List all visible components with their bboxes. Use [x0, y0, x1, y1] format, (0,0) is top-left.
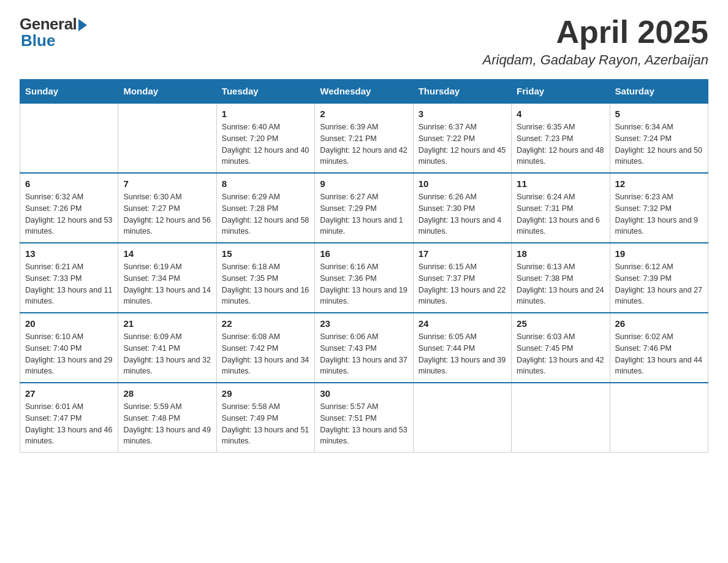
calendar-cell: 23Sunrise: 6:06 AMSunset: 7:43 PMDayligh…	[315, 313, 413, 383]
location-title: Ariqdam, Gadabay Rayon, Azerbaijan	[483, 52, 709, 68]
day-number: 19	[615, 248, 703, 259]
calendar-cell: 5Sunrise: 6:34 AMSunset: 7:24 PMDaylight…	[610, 103, 708, 173]
day-info: Sunrise: 6:39 AMSunset: 7:21 PMDaylight:…	[320, 121, 408, 167]
day-info: Sunrise: 6:37 AMSunset: 7:22 PMDaylight:…	[419, 121, 506, 167]
day-number: 28	[123, 388, 211, 399]
day-info: Sunrise: 6:32 AMSunset: 7:26 PMDaylight:…	[25, 191, 113, 237]
day-info: Sunrise: 6:03 AMSunset: 7:45 PMDaylight:…	[517, 331, 604, 377]
calendar-cell: 4Sunrise: 6:35 AMSunset: 7:23 PMDaylight…	[512, 103, 610, 173]
day-info: Sunrise: 6:16 AMSunset: 7:36 PMDaylight:…	[320, 261, 408, 307]
day-number: 4	[517, 109, 604, 119]
day-number: 23	[320, 318, 408, 329]
day-number: 26	[615, 318, 703, 329]
header-row: SundayMondayTuesdayWednesdayThursdayFrid…	[20, 80, 708, 104]
day-info: Sunrise: 6:24 AMSunset: 7:31 PMDaylight:…	[517, 191, 604, 237]
calendar-cell: 12Sunrise: 6:23 AMSunset: 7:32 PMDayligh…	[610, 173, 708, 243]
week-row-2: 13Sunrise: 6:21 AMSunset: 7:33 PMDayligh…	[20, 243, 708, 313]
day-number: 29	[222, 388, 309, 399]
day-info: Sunrise: 6:10 AMSunset: 7:40 PMDaylight:…	[25, 331, 113, 377]
day-number: 6	[25, 178, 113, 189]
day-info: Sunrise: 6:15 AMSunset: 7:37 PMDaylight:…	[419, 261, 506, 307]
day-number: 30	[320, 388, 408, 399]
calendar-cell: 24Sunrise: 6:05 AMSunset: 7:44 PMDayligh…	[413, 313, 511, 383]
calendar-cell: 8Sunrise: 6:29 AMSunset: 7:28 PMDaylight…	[216, 173, 314, 243]
day-number: 25	[517, 318, 604, 329]
day-info: Sunrise: 5:58 AMSunset: 7:49 PMDaylight:…	[222, 401, 309, 447]
day-number: 5	[615, 109, 703, 119]
day-info: Sunrise: 6:01 AMSunset: 7:47 PMDaylight:…	[25, 401, 113, 447]
day-info: Sunrise: 5:57 AMSunset: 7:51 PMDaylight:…	[320, 401, 408, 447]
day-number: 1	[222, 109, 309, 119]
calendar-cell: 16Sunrise: 6:16 AMSunset: 7:36 PMDayligh…	[315, 243, 413, 313]
calendar-cell: 2Sunrise: 6:39 AMSunset: 7:21 PMDaylight…	[315, 103, 413, 173]
day-number: 12	[615, 178, 703, 189]
month-title: April 2025	[483, 15, 709, 50]
day-info: Sunrise: 5:59 AMSunset: 7:48 PMDaylight:…	[123, 401, 211, 447]
calendar-cell: 15Sunrise: 6:18 AMSunset: 7:35 PMDayligh…	[216, 243, 314, 313]
day-number: 7	[123, 178, 211, 189]
calendar-cell: 14Sunrise: 6:19 AMSunset: 7:34 PMDayligh…	[118, 243, 216, 313]
day-info: Sunrise: 6:26 AMSunset: 7:30 PMDaylight:…	[419, 191, 506, 237]
day-info: Sunrise: 6:08 AMSunset: 7:42 PMDaylight:…	[222, 331, 309, 377]
day-info: Sunrise: 6:02 AMSunset: 7:46 PMDaylight:…	[615, 331, 703, 377]
day-number: 9	[320, 178, 408, 189]
calendar-header: SundayMondayTuesdayWednesdayThursdayFrid…	[20, 80, 708, 104]
day-info: Sunrise: 6:35 AMSunset: 7:23 PMDaylight:…	[517, 121, 604, 167]
day-info: Sunrise: 6:23 AMSunset: 7:32 PMDaylight:…	[615, 191, 703, 237]
day-number: 8	[222, 178, 309, 189]
day-info: Sunrise: 6:30 AMSunset: 7:27 PMDaylight:…	[123, 191, 211, 237]
logo: General Blue	[20, 15, 87, 50]
week-row-1: 6Sunrise: 6:32 AMSunset: 7:26 PMDaylight…	[20, 173, 708, 243]
day-number: 11	[517, 178, 604, 189]
calendar-cell	[413, 383, 511, 453]
calendar-cell: 26Sunrise: 6:02 AMSunset: 7:46 PMDayligh…	[610, 313, 708, 383]
day-number: 21	[123, 318, 211, 329]
calendar-cell	[20, 103, 118, 173]
calendar-cell	[512, 383, 610, 453]
day-info: Sunrise: 6:05 AMSunset: 7:44 PMDaylight:…	[419, 331, 506, 377]
week-row-3: 20Sunrise: 6:10 AMSunset: 7:40 PMDayligh…	[20, 313, 708, 383]
calendar-body: 1Sunrise: 6:40 AMSunset: 7:20 PMDaylight…	[20, 103, 708, 453]
day-header-thursday: Thursday	[413, 80, 511, 104]
day-info: Sunrise: 6:19 AMSunset: 7:34 PMDaylight:…	[123, 261, 211, 307]
calendar-cell: 1Sunrise: 6:40 AMSunset: 7:20 PMDaylight…	[216, 103, 314, 173]
day-info: Sunrise: 6:21 AMSunset: 7:33 PMDaylight:…	[25, 261, 113, 307]
day-header-friday: Friday	[512, 80, 610, 104]
day-info: Sunrise: 6:40 AMSunset: 7:20 PMDaylight:…	[222, 121, 309, 167]
calendar-cell: 18Sunrise: 6:13 AMSunset: 7:38 PMDayligh…	[512, 243, 610, 313]
day-info: Sunrise: 6:06 AMSunset: 7:43 PMDaylight:…	[320, 331, 408, 377]
day-number: 22	[222, 318, 309, 329]
calendar-cell: 10Sunrise: 6:26 AMSunset: 7:30 PMDayligh…	[413, 173, 511, 243]
day-info: Sunrise: 6:27 AMSunset: 7:29 PMDaylight:…	[320, 191, 408, 237]
day-number: 20	[25, 318, 113, 329]
page-header: General Blue April 2025 Ariqdam, Gadabay…	[20, 15, 708, 68]
calendar-cell: 22Sunrise: 6:08 AMSunset: 7:42 PMDayligh…	[216, 313, 314, 383]
day-number: 13	[25, 248, 113, 259]
day-info: Sunrise: 6:29 AMSunset: 7:28 PMDaylight:…	[222, 191, 309, 237]
day-number: 24	[419, 318, 506, 329]
calendar-table: SundayMondayTuesdayWednesdayThursdayFrid…	[20, 79, 708, 453]
day-info: Sunrise: 6:18 AMSunset: 7:35 PMDaylight:…	[222, 261, 309, 307]
calendar-cell	[610, 383, 708, 453]
calendar-cell: 25Sunrise: 6:03 AMSunset: 7:45 PMDayligh…	[512, 313, 610, 383]
day-number: 18	[517, 248, 604, 259]
day-number: 17	[419, 248, 506, 259]
calendar-cell: 19Sunrise: 6:12 AMSunset: 7:39 PMDayligh…	[610, 243, 708, 313]
calendar-cell: 9Sunrise: 6:27 AMSunset: 7:29 PMDaylight…	[315, 173, 413, 243]
calendar-cell: 28Sunrise: 5:59 AMSunset: 7:48 PMDayligh…	[118, 383, 216, 453]
week-row-4: 27Sunrise: 6:01 AMSunset: 7:47 PMDayligh…	[20, 383, 708, 453]
calendar-cell: 6Sunrise: 6:32 AMSunset: 7:26 PMDaylight…	[20, 173, 118, 243]
title-block: April 2025 Ariqdam, Gadabay Rayon, Azerb…	[483, 15, 709, 68]
calendar-cell: 21Sunrise: 6:09 AMSunset: 7:41 PMDayligh…	[118, 313, 216, 383]
logo-arrow-icon	[78, 19, 87, 31]
calendar-cell: 27Sunrise: 6:01 AMSunset: 7:47 PMDayligh…	[20, 383, 118, 453]
calendar-cell: 3Sunrise: 6:37 AMSunset: 7:22 PMDaylight…	[413, 103, 511, 173]
day-number: 14	[123, 248, 211, 259]
day-number: 2	[320, 109, 408, 119]
calendar-cell: 29Sunrise: 5:58 AMSunset: 7:49 PMDayligh…	[216, 383, 314, 453]
logo-blue-text: Blue	[21, 31, 55, 50]
day-number: 3	[419, 109, 506, 119]
day-number: 15	[222, 248, 309, 259]
day-header-saturday: Saturday	[610, 80, 708, 104]
day-info: Sunrise: 6:12 AMSunset: 7:39 PMDaylight:…	[615, 261, 703, 307]
